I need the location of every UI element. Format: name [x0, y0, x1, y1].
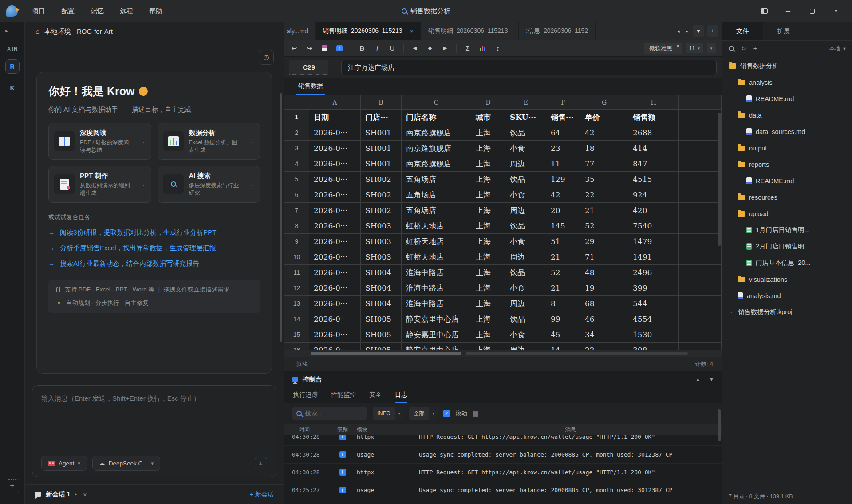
- row-number[interactable]: 9: [284, 234, 309, 249]
- cell[interactable]: 周边: [505, 249, 546, 265]
- close-icon[interactable]: ×: [83, 491, 87, 498]
- save-button[interactable]: [320, 45, 328, 51]
- cell[interactable]: 2026-0···: [309, 265, 361, 280]
- cell[interactable]: 2026-0···: [309, 327, 361, 343]
- cell[interactable]: 五角场店: [402, 172, 471, 187]
- cell[interactable]: SH004: [361, 280, 402, 296]
- session-tab[interactable]: 新会话 1: [46, 490, 71, 499]
- cell[interactable]: 51: [546, 234, 580, 249]
- autoscroll-checkbox[interactable]: ✓: [443, 410, 450, 417]
- cell[interactable]: 77: [580, 156, 628, 172]
- cell[interactable]: 门店名称: [402, 110, 471, 125]
- cell[interactable]: SH002: [361, 203, 402, 218]
- cell[interactable]: 48: [580, 265, 628, 280]
- cell[interactable]: 上海: [471, 265, 505, 280]
- cell[interactable]: SH001: [361, 156, 402, 172]
- row-height-button[interactable]: ↕: [494, 44, 502, 52]
- tree-item-1[interactable]: analysis: [722, 74, 852, 91]
- cell[interactable]: [679, 172, 722, 187]
- cell[interactable]: 29: [580, 234, 628, 249]
- cell[interactable]: 46: [580, 311, 628, 327]
- redo-button[interactable]: ↪: [305, 44, 313, 52]
- cell[interactable]: 饮品: [505, 311, 546, 327]
- cell[interactable]: 2026-0···: [309, 280, 361, 296]
- more-format-button[interactable]: ▾: [707, 43, 716, 53]
- cell[interactable]: 1491: [628, 249, 679, 265]
- cell[interactable]: [679, 343, 722, 351]
- cell[interactable]: 1530: [628, 327, 679, 343]
- tree-item-6[interactable]: reports: [722, 156, 852, 173]
- new-tab-button[interactable]: +: [707, 25, 718, 37]
- align-center-button[interactable]: ◆: [426, 45, 434, 51]
- font-select[interactable]: 微软雅黑: [644, 43, 682, 54]
- row-number[interactable]: 12: [284, 280, 309, 296]
- row-number[interactable]: 7: [284, 203, 309, 218]
- menu-item-3[interactable]: 远程: [114, 4, 139, 18]
- next-tab-icon[interactable]: ▸: [684, 28, 690, 34]
- cell[interactable]: SH003: [361, 218, 402, 234]
- menu-item-4[interactable]: 帮助: [143, 4, 169, 18]
- align-right-button[interactable]: ▶: [441, 45, 449, 51]
- cell[interactable]: 2026-0···: [309, 172, 361, 187]
- cell[interactable]: 129: [546, 172, 580, 187]
- message-input[interactable]: 输入消息（Enter 发送，Shift+Enter 换行，Esc 停止） Age…: [32, 385, 276, 477]
- log-level-select[interactable]: INFO ▾: [373, 407, 404, 420]
- console-tab-2[interactable]: 安全: [369, 387, 382, 403]
- cell[interactable]: 18: [580, 141, 628, 156]
- cell[interactable]: SH003: [361, 249, 402, 265]
- feature-card-2[interactable]: PPT 制作从数据到演示的端到端生成→: [48, 166, 151, 203]
- task-suggestion-2[interactable]: →搜索AI行业最新动态，结合内部数据写研究报告: [48, 260, 260, 268]
- underline-button[interactable]: U: [388, 44, 396, 52]
- cell[interactable]: 门店···: [361, 110, 402, 125]
- column-header[interactable]: H: [628, 95, 679, 110]
- cell[interactable]: 上海: [471, 187, 505, 203]
- scrollbar-handle[interactable]: [311, 352, 462, 355]
- cell[interactable]: 饮品: [505, 172, 546, 187]
- tree-item-9[interactable]: upload: [722, 205, 852, 222]
- console-tab-3[interactable]: 日志: [395, 387, 407, 403]
- cell[interactable]: 上海: [471, 343, 505, 351]
- row-number[interactable]: 15: [284, 327, 309, 343]
- cell[interactable]: 399: [628, 280, 679, 296]
- rail-button-r[interactable]: R: [5, 59, 20, 74]
- tree-item-13[interactable]: visualizations: [722, 271, 852, 287]
- cell[interactable]: 2026-0···: [309, 187, 361, 203]
- cell[interactable]: 饮品: [505, 125, 546, 141]
- cell[interactable]: 99: [546, 311, 580, 327]
- cell[interactable]: [679, 296, 722, 311]
- cell[interactable]: 21: [546, 280, 580, 296]
- cell[interactable]: 虹桥天地店: [402, 234, 471, 249]
- feature-card-0[interactable]: 深度阅读PDF / 研报的深度阅读与总结→: [48, 123, 151, 160]
- cell[interactable]: 静安嘉里中心店: [402, 343, 471, 351]
- cell[interactable]: 淮海中路店: [402, 280, 471, 296]
- cell[interactable]: 2026-0···: [309, 296, 361, 311]
- log-row[interactable]: 04:30:28ihttpxHTTP Request: GET https://…: [284, 435, 722, 446]
- editor-tab-1[interactable]: 销售明细_20260306_115213_×: [316, 22, 421, 40]
- cell[interactable]: 周边: [505, 343, 546, 351]
- cell[interactable]: 308: [628, 343, 679, 351]
- cell[interactable]: SH002: [361, 187, 402, 203]
- cell[interactable]: 五角场店: [402, 187, 471, 203]
- new-session-button[interactable]: + 新会话: [250, 491, 274, 499]
- cell[interactable]: SH003: [361, 234, 402, 249]
- log-row[interactable]: 04:30:28iusageUsage sync completed: serv…: [284, 446, 722, 464]
- chart-button[interactable]: [479, 45, 487, 51]
- cell[interactable]: 上海: [471, 249, 505, 265]
- cell[interactable]: 52: [546, 265, 580, 280]
- close-button[interactable]: ×: [826, 4, 846, 18]
- cell[interactable]: [679, 327, 722, 343]
- tree-item-10[interactable]: 1月门店日销售明...: [722, 222, 852, 238]
- row-number[interactable]: 2: [284, 125, 309, 141]
- rail-button-k[interactable]: K: [5, 81, 20, 95]
- tree-item-2[interactable]: README.md: [722, 91, 852, 107]
- column-header[interactable]: D: [471, 95, 505, 110]
- editor-tab-2[interactable]: 销售明细_20260306_115213_: [421, 22, 519, 40]
- cell[interactable]: 35: [580, 172, 628, 187]
- cell[interactable]: 静安嘉里中心店: [402, 327, 471, 343]
- cell[interactable]: 上海: [471, 125, 505, 141]
- close-icon[interactable]: ×: [410, 28, 414, 35]
- cell[interactable]: 22: [580, 343, 628, 351]
- cell[interactable]: 上海: [471, 327, 505, 343]
- cell[interactable]: [679, 218, 722, 234]
- tree-item-0[interactable]: 销售数据分析: [722, 58, 852, 74]
